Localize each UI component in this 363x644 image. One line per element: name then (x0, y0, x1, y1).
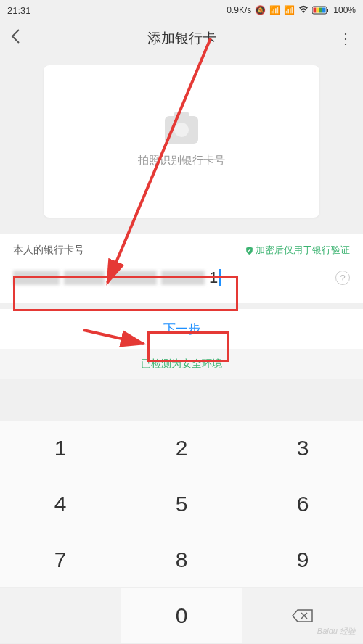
key-empty (0, 588, 121, 643)
svg-rect-5 (322, 8, 326, 13)
visible-digit: 1 (209, 268, 218, 287)
svg-rect-4 (319, 8, 322, 13)
key-8[interactable]: 8 (121, 532, 242, 587)
key-2[interactable]: 2 (121, 421, 242, 476)
signal-icon-2: 📶 (284, 5, 295, 15)
key-9[interactable]: 9 (242, 532, 363, 587)
shield-icon (245, 246, 254, 255)
network-speed: 0.9K/s (227, 5, 251, 15)
environment-check: 已检测为安全环境 (0, 349, 363, 379)
status-time: 21:31 (7, 5, 31, 16)
text-cursor (219, 269, 221, 286)
backspace-icon (292, 608, 314, 623)
security-text: 加密后仅用于银行验证 (256, 244, 350, 257)
key-1[interactable]: 1 (0, 421, 121, 476)
svg-rect-3 (317, 8, 319, 13)
security-note: 加密后仅用于银行验证 (245, 244, 350, 257)
card-number-input[interactable]: 1 (13, 265, 330, 290)
next-button-container: 下一步 (0, 309, 363, 349)
status-bar: 21:31 0.9K/s 🔕 📶 📶 100% (0, 0, 363, 20)
key-3[interactable]: 3 (242, 421, 363, 476)
signal-icon: 📶 (269, 5, 280, 15)
back-button[interactable] (10, 28, 39, 49)
key-5[interactable]: 5 (121, 476, 242, 532)
input-row: 1 ? (13, 265, 350, 290)
key-6[interactable]: 6 (242, 476, 363, 532)
masked-digits (13, 271, 60, 285)
more-button[interactable]: ⋮ (331, 30, 353, 47)
next-button[interactable]: 下一步 (163, 321, 200, 337)
help-button[interactable]: ? (335, 271, 350, 285)
status-right: 0.9K/s 🔕 📶 📶 100% (227, 5, 356, 16)
svg-rect-2 (314, 8, 317, 13)
wifi-icon (298, 5, 309, 16)
nav-bar: 添加银行卡 ⋮ (0, 20, 363, 57)
page-title: 添加银行卡 (39, 29, 324, 48)
svg-rect-1 (327, 9, 328, 12)
numeric-keypad: 1 2 3 4 5 6 7 8 9 0 (0, 421, 363, 644)
battery-icon (312, 6, 330, 15)
key-7[interactable]: 7 (0, 532, 121, 587)
bell-icon: 🔕 (255, 5, 266, 15)
photo-card-label: 拍照识别银行卡号 (138, 154, 225, 168)
battery-percent: 100% (333, 5, 356, 15)
card-input-section: 本人的银行卡号 加密后仅用于银行验证 1 ? (0, 234, 363, 303)
masked-digits (109, 271, 157, 285)
key-4[interactable]: 4 (0, 476, 121, 532)
card-number-label: 本人的银行卡号 (13, 244, 84, 257)
watermark: Baidu 经验 (317, 626, 356, 637)
masked-digits (161, 271, 205, 285)
masked-digits (64, 271, 105, 285)
camera-icon (165, 116, 198, 144)
key-0[interactable]: 0 (121, 588, 242, 643)
photo-recognition-card[interactable]: 拍照识别银行卡号 (44, 65, 319, 218)
input-header: 本人的银行卡号 加密后仅用于银行验证 (13, 244, 350, 257)
